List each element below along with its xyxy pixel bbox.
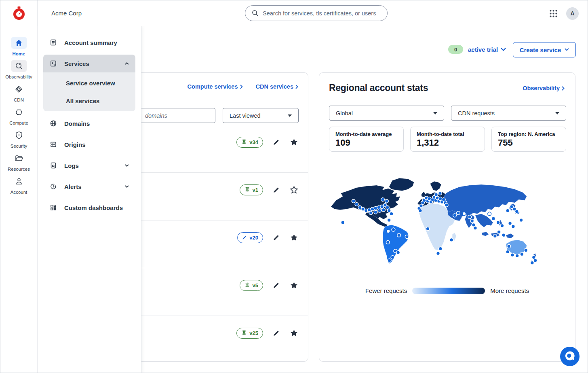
edit-service-button[interactable] [273, 329, 280, 337]
chat-icon [560, 347, 580, 366]
metric-select[interactable]: CDN requests [451, 106, 566, 121]
menu-item-services[interactable]: Services [43, 55, 135, 72]
version-badge: v25 [236, 328, 263, 339]
global-search-input[interactable] [263, 10, 381, 17]
region-southeast-asia [475, 214, 493, 227]
rail-item-security[interactable]: Security [0, 129, 37, 148]
stat-mtd-total: Month-to-date total 1,312 [410, 127, 485, 152]
active-trial-dropdown[interactable]: active trial [468, 46, 506, 53]
org-name: Acme Corp [51, 10, 82, 17]
active-version-icon [241, 330, 247, 337]
region-scandinavia [430, 181, 441, 191]
chevron-down-icon [501, 48, 506, 51]
legend-high-label: More requests [490, 287, 529, 294]
regional-stats-panel: Regional account stats Observability Glo… [319, 72, 575, 362]
map-legend: Fewer requests More requests [319, 287, 575, 294]
dashboards-icon [50, 204, 57, 211]
global-search[interactable] [245, 5, 388, 21]
edit-service-button[interactable] [273, 234, 280, 241]
chevron-up-icon [124, 61, 130, 66]
home-flyout-menu: Account summary Services Service overvie… [38, 26, 141, 373]
menu-item-domains[interactable]: Domains [43, 114, 135, 132]
active-version-icon [244, 282, 250, 289]
services-icon [50, 60, 57, 67]
choropleth-map [329, 176, 566, 267]
globe-icon [50, 120, 57, 127]
favorite-star-button[interactable] [290, 281, 298, 290]
compute-services-link[interactable]: Compute services [188, 83, 243, 90]
chevron-down-icon [124, 184, 130, 189]
rail-item-cdn[interactable]: CDN [0, 83, 37, 102]
version-badge: v1 [240, 184, 263, 195]
top-bar: Acme Corp A [0, 0, 588, 26]
favorite-star-button[interactable] [290, 233, 298, 242]
cdn-icon [15, 85, 23, 93]
caret-down-icon [288, 114, 292, 117]
stat-top-region: Top region: N. America 755 [491, 127, 566, 152]
caret-down-icon [555, 112, 559, 114]
chevron-right-icon [562, 86, 565, 91]
apps-grid-icon[interactable] [550, 10, 557, 17]
version-badge: v34 [236, 137, 263, 148]
compute-icon [15, 108, 23, 117]
region-greenland [389, 178, 414, 191]
rail-item-resources[interactable]: Resources [0, 152, 37, 172]
legend-low-label: Fewer requests [365, 287, 407, 294]
menu-item-account-summary[interactable]: Account summary [43, 34, 135, 51]
create-service-button[interactable]: Create service [513, 42, 576, 57]
account-icon [15, 177, 23, 185]
rail-item-account[interactable]: Account [0, 175, 37, 195]
service-row: v25 [236, 327, 308, 339]
chat-launcher-button[interactable] [560, 347, 580, 366]
active-version-icon [241, 139, 247, 146]
security-icon [15, 131, 23, 139]
favorite-star-button[interactable] [290, 138, 298, 146]
observability-icon [15, 62, 23, 70]
stat-mtd-average: Month-to-date average 109 [329, 127, 404, 152]
favorite-star-button[interactable] [290, 329, 298, 337]
menu-item-origins[interactable]: Origins [43, 136, 135, 153]
rail-item-observability[interactable]: Observability [0, 60, 37, 79]
rail-item-home[interactable]: Home [0, 37, 37, 56]
services-submenu: Service overview All services [43, 72, 135, 111]
trial-group: 0 active trial [448, 45, 506, 54]
chevron-down-icon [124, 163, 130, 168]
region-select[interactable]: Global [329, 106, 444, 121]
menu-item-alerts[interactable]: Alerts [43, 178, 135, 195]
edit-service-button[interactable] [273, 138, 280, 146]
draft-version-icon [242, 235, 247, 240]
brand-logo[interactable] [0, 0, 38, 26]
caret-down-icon [433, 112, 437, 114]
region-indonesia [482, 232, 489, 236]
app-window: Acme Corp A Home [0, 0, 588, 373]
edit-service-button[interactable] [273, 186, 280, 193]
menu-item-all-services[interactable]: All services [43, 92, 135, 110]
menu-item-service-overview[interactable]: Service overview [43, 74, 135, 92]
rail-item-compute[interactable]: Compute [0, 106, 37, 125]
menu-item-custom-dashboards[interactable]: Custom dashboards [43, 199, 135, 216]
log-file-icon [50, 162, 57, 169]
chevron-right-icon [240, 85, 243, 89]
region-new-guinea [506, 233, 514, 238]
service-row: v5 [240, 279, 308, 291]
edit-service-button[interactable] [273, 282, 280, 289]
legend-gradient-bar [412, 288, 485, 294]
cdn-services-link[interactable]: CDN services [256, 83, 299, 90]
left-rail: Home Observability CDN Compute Security [0, 26, 38, 373]
service-row: v20 [237, 231, 308, 244]
stats-title: Regional account stats [329, 83, 428, 93]
search-icon [252, 10, 259, 17]
chevron-right-icon [295, 85, 298, 89]
alert-clock-icon [50, 183, 57, 190]
user-avatar[interactable]: A [566, 7, 579, 20]
server-icon [50, 141, 57, 148]
version-badge: v5 [240, 280, 263, 291]
favorite-star-button[interactable] [290, 186, 298, 194]
resources-icon [15, 154, 23, 163]
trial-count-badge: 0 [448, 45, 463, 54]
sort-select[interactable]: Last viewed [223, 108, 299, 123]
menu-item-logs[interactable]: Logs [43, 157, 135, 174]
observability-link[interactable]: Observability [523, 85, 565, 91]
services-links: Compute services CDN services [188, 83, 298, 90]
service-row: v34 [236, 136, 308, 148]
